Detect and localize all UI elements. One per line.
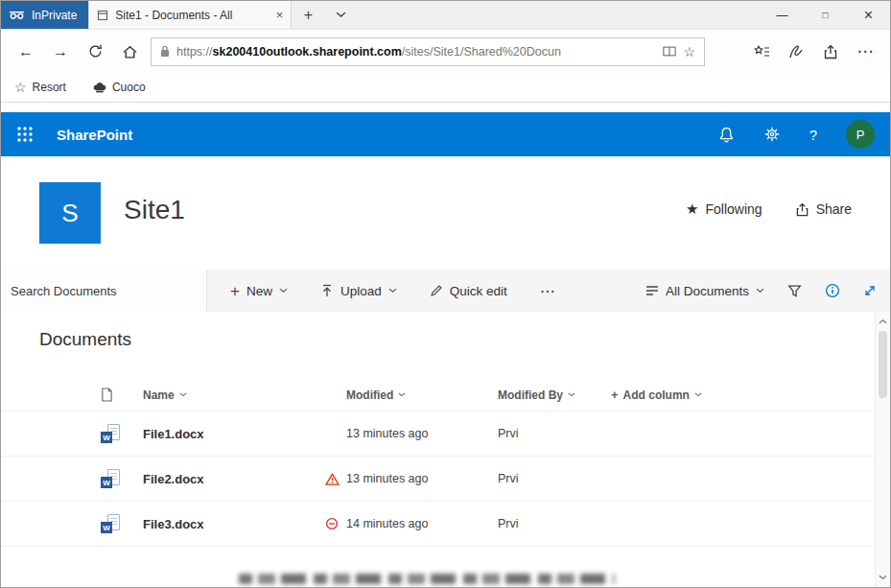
chevron-down-icon	[336, 12, 346, 18]
address-bar: ← → https://sk200410outlook.sharepoint.c…	[1, 30, 890, 73]
favorites-hub-button[interactable]	[744, 35, 779, 69]
tab-bar: InPrivate Site1 - Documents - All × + — …	[1, 1, 890, 30]
word-badge: W	[101, 477, 112, 488]
share-label: Share	[816, 201, 852, 217]
view-list-icon	[645, 285, 659, 296]
info-button[interactable]	[825, 283, 840, 298]
plus-icon: +	[304, 7, 313, 24]
upload-label: Upload	[340, 284, 382, 298]
scrollbar-thumb[interactable]	[879, 331, 887, 398]
forward-button[interactable]: →	[43, 35, 78, 69]
command-bar-right: All Documents	[645, 270, 890, 312]
url-text[interactable]: https://sk200410outlook.sharepoint.com/s…	[176, 45, 656, 59]
file-type-cell: W	[101, 514, 143, 533]
plus-icon: +	[230, 283, 240, 299]
settings-gear-icon[interactable]	[763, 126, 781, 143]
help-icon[interactable]: ?	[809, 127, 817, 143]
scroll-up-arrow[interactable]	[876, 314, 890, 329]
inprivate-label: InPrivate	[32, 9, 77, 22]
modified-by-column-header[interactable]: Modified By	[498, 388, 611, 402]
back-button[interactable]: ←	[9, 35, 43, 69]
library-content: Documents Name Modified Modi	[1, 312, 890, 587]
favorite-item-cuoco[interactable]: Cuoco	[93, 81, 146, 94]
maximize-button[interactable]: □	[804, 1, 847, 29]
url-box[interactable]: https://sk200410outlook.sharepoint.com/s…	[151, 37, 705, 66]
tab-favicon-icon	[97, 10, 108, 21]
add-column-button[interactable]: + Add column	[611, 388, 875, 402]
favorite-item-resort[interactable]: ☆ Resort	[14, 80, 66, 95]
site-header: S Site1 ★ Following Share	[1, 156, 890, 270]
file-name-link[interactable]: File2.docx	[143, 472, 325, 486]
share-button[interactable]	[813, 35, 848, 69]
blocked-circle-icon	[325, 517, 339, 530]
app-launcher-waffle-icon[interactable]	[16, 126, 34, 143]
file-type-column-header[interactable]	[101, 388, 143, 402]
url-domain: sk200410outlook.sharepoint.com	[213, 45, 402, 59]
home-icon	[123, 45, 137, 59]
upload-button[interactable]: Upload	[320, 284, 397, 298]
site-actions: ★ Following Share	[686, 200, 852, 218]
new-label: New	[246, 284, 272, 298]
suite-bar-actions: ? P	[718, 120, 875, 149]
browser-tab[interactable]: Site1 - Documents - All ×	[88, 1, 292, 29]
page-icon	[101, 388, 113, 402]
command-bar-left: + New Upload Quick edit ⋯	[207, 270, 555, 312]
tab-list-chevron-button[interactable]	[324, 1, 357, 29]
file-name-link[interactable]: File1.docx	[143, 427, 325, 441]
home-button[interactable]	[112, 35, 147, 69]
following-star-icon: ★	[686, 200, 698, 218]
vertical-scrollbar[interactable]	[875, 312, 890, 587]
word-badge: W	[101, 432, 112, 443]
name-column-header[interactable]: Name	[143, 388, 325, 402]
plus-icon: +	[611, 388, 619, 402]
blurred-footer-text	[239, 574, 615, 584]
filter-button[interactable]	[787, 284, 802, 298]
fullscreen-button[interactable]	[863, 284, 877, 297]
minimize-button[interactable]: —	[761, 1, 804, 29]
new-button[interactable]: + New	[230, 283, 288, 299]
scroll-down-arrow[interactable]	[876, 570, 890, 585]
chevron-down-icon	[756, 288, 764, 294]
favorites-bar: ☆ Resort Cuoco	[1, 73, 890, 103]
lock-icon	[160, 45, 170, 58]
table-header-row: Name Modified Modified By + Add column	[1, 379, 875, 412]
refresh-button[interactable]	[78, 35, 112, 69]
notifications-bell-icon[interactable]	[718, 127, 735, 143]
warning-triangle-icon	[325, 473, 340, 485]
file-type-cell: W	[101, 469, 143, 488]
table-row[interactable]: W File1.docx 13 minutes ago Prvi	[1, 412, 875, 457]
site-share-button[interactable]: Share	[795, 201, 852, 217]
web-note-pen-button[interactable]	[779, 35, 813, 69]
table-row[interactable]: W File3.docx 14 minutes ago Prvi	[1, 502, 875, 547]
word-file-icon: W	[101, 469, 122, 488]
quick-edit-button[interactable]: Quick edit	[430, 284, 507, 298]
command-more-button[interactable]: ⋯	[540, 282, 555, 300]
sharepoint-brand-link[interactable]: SharePoint	[57, 127, 132, 143]
file-name-link[interactable]: File3.docx	[143, 517, 325, 531]
status-cell	[325, 517, 346, 530]
account-avatar[interactable]: P	[846, 120, 875, 149]
name-header-label: Name	[143, 388, 175, 402]
chevron-down-icon	[388, 288, 397, 294]
pen-icon	[788, 44, 804, 59]
following-button[interactable]: ★ Following	[686, 200, 762, 218]
tab-close-icon[interactable]: ×	[276, 8, 284, 22]
library-search-box[interactable]	[1, 270, 207, 312]
close-button[interactable]: ×	[847, 1, 890, 29]
table-row[interactable]: W File2.docx 13 minutes ago Prvi	[1, 457, 875, 502]
view-label: All Documents	[666, 284, 749, 298]
url-path: /sites/Site1/Shared%20Docun	[402, 45, 561, 59]
suite-bar: SharePoint ? P	[1, 112, 890, 156]
add-favorite-star-icon[interactable]: ☆	[683, 44, 695, 59]
view-selector-button[interactable]: All Documents	[645, 284, 764, 298]
site-logo[interactable]: S	[39, 182, 101, 244]
modified-by-cell: Prvi	[498, 427, 611, 440]
modified-column-header[interactable]: Modified	[346, 388, 498, 402]
modified-by-cell: Prvi	[498, 517, 611, 530]
modified-cell: 14 minutes ago	[346, 517, 498, 530]
new-tab-button[interactable]: +	[292, 1, 324, 29]
site-title: Site1	[124, 195, 185, 225]
search-input[interactable]	[11, 284, 197, 298]
reading-view-icon[interactable]	[663, 46, 676, 57]
more-actions-button[interactable]: ⋯	[848, 35, 882, 69]
